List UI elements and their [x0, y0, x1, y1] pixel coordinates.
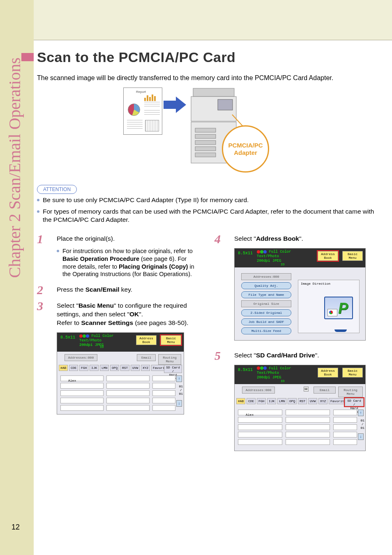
alpha-tab[interactable]: Favorites	[329, 398, 345, 404]
document-sheet-illustration: Report	[123, 88, 162, 135]
svg-rect-9	[195, 153, 216, 157]
email-button[interactable]: Email	[314, 387, 336, 394]
grid-icon	[145, 120, 159, 131]
monitor-icon: P	[324, 297, 353, 319]
left-column: 1 Place the original(s). For instruction…	[37, 235, 198, 458]
address-book-button[interactable]: Address Book	[318, 251, 338, 261]
routing-menu-button[interactable]: Routing Menu	[338, 387, 363, 397]
page-number: 12	[12, 523, 20, 532]
sd-hard-tab[interactable]: SD Card / Hard Drive	[164, 365, 182, 373]
pcmcia-label-text: PCMCIA/PC Adapter	[228, 142, 263, 157]
entry-alex[interactable]: Alex	[238, 413, 254, 417]
down-arrow-button[interactable]: ↓	[358, 433, 364, 440]
entry-alex[interactable]: Alex	[61, 379, 76, 382]
step-number: 4	[214, 232, 221, 246]
right-column: 4 Select "Address Book". 8.5x11 Full Col…	[214, 235, 376, 458]
mail-icon: ✉	[304, 387, 309, 391]
svg-rect-7	[195, 140, 216, 145]
svg-rect-1	[193, 88, 234, 97]
addresses-label: Addresses:000	[65, 354, 97, 361]
alpha-tab[interactable]: #AB	[59, 365, 68, 371]
alpha-tab[interactable]: #AB	[236, 398, 245, 404]
step-body: Press the Scan/Email key.	[57, 286, 198, 294]
file-type-button[interactable]: File Type and Name	[241, 291, 291, 298]
alpha-tab[interactable]: RST	[120, 365, 129, 371]
screenshot-basic-menu: 8.5x11 Full Color Text/Photo200dpi JPEG …	[57, 332, 184, 415]
screenshot-sd-hard: 8.5x11 Full Color Text/Photo200dpi JPEG …	[234, 365, 366, 451]
step-1: 1 Place the original(s). For instruction…	[37, 235, 198, 278]
sd-hard-tab[interactable]: SD Card / Hard Drive	[345, 398, 364, 406]
alpha-tab[interactable]: XYZ	[318, 398, 327, 404]
alpha-tab[interactable]: LMN	[277, 398, 286, 404]
letter-p-icon: P	[338, 300, 348, 317]
mini-doc-icon	[327, 309, 337, 316]
alpha-tab[interactable]: IJK	[267, 398, 276, 404]
intro-text: The scanned image will be directly trans…	[37, 74, 333, 82]
arrow-icon	[164, 94, 188, 115]
step-number: 1	[37, 232, 43, 246]
alpha-tab[interactable]: FGH	[79, 365, 88, 371]
step-body: Select "SD Card/Hard Drive".	[234, 351, 376, 360]
quality-adj-button[interactable]: Quality Adj.	[241, 282, 291, 289]
svg-rect-6	[195, 134, 216, 138]
svg-rect-5	[195, 128, 216, 132]
attention-box: ATTENTION	[37, 185, 77, 194]
alpha-tab[interactable]: OPQ	[288, 398, 297, 404]
step-3: 3 Select "Basic Menu" to configure the r…	[37, 302, 198, 415]
page-title: Scan to the PCMCIA/PC Card	[37, 49, 235, 65]
step-number: 5	[214, 349, 221, 363]
pcmcia-label-circle: PCMCIA/PC Adapter	[222, 125, 269, 173]
alpha-tab[interactable]: IJK	[90, 365, 99, 371]
attention-bullet-1: Be sure to use only PCMCIA/PC Card Adapt…	[37, 196, 376, 204]
alpha-tab[interactable]: UVW	[308, 398, 317, 404]
basic-menu-button[interactable]: Basic Menu	[161, 335, 181, 345]
original-size-button[interactable]: Original Size	[241, 300, 291, 307]
multi-size-button[interactable]: Multi-Size Feed	[241, 327, 291, 334]
step-body: Select "Address Book".	[234, 235, 376, 243]
pie-chart-icon	[128, 104, 140, 116]
two-sided-button[interactable]: 2-Sided Original	[241, 309, 291, 316]
alpha-tab[interactable]: LMN	[100, 365, 109, 371]
up-arrow-button[interactable]: ↑	[358, 410, 364, 416]
screenshot-address-book: 8.5x11 Full Color Text/Photo200dpi JPEG …	[234, 248, 366, 341]
alpha-tab[interactable]: CDE	[247, 398, 256, 404]
top-divider	[34, 40, 392, 40]
down-arrow-button[interactable]: ↓	[176, 400, 182, 407]
step-2: 2 Press the Scan/Email key.	[37, 286, 198, 294]
figure-scan-to-pcmcia: Report	[123, 84, 267, 175]
basic-menu-button[interactable]: Basic Menu	[342, 368, 363, 378]
doc-header: Report	[136, 90, 146, 94]
alpha-tab[interactable]: OPQ	[110, 365, 119, 371]
step-body: Place the original(s).	[57, 235, 198, 243]
job-build-button[interactable]: Job Build and SADF	[241, 318, 291, 325]
alpha-tab[interactable]: RST	[298, 398, 307, 404]
email-button[interactable]: Email	[137, 354, 156, 361]
step-number: 3	[37, 299, 43, 313]
attention-bullets: Be sure to use only PCMCIA/PC Card Adapt…	[37, 196, 376, 227]
alpha-tab[interactable]: FGH	[257, 398, 266, 404]
svg-marker-0	[164, 97, 186, 113]
step-body: Select "Basic Menu" to configure the req…	[57, 302, 198, 327]
alpha-tab[interactable]: UVW	[131, 365, 140, 371]
alpha-tab[interactable]: XYZ	[141, 365, 150, 371]
step-1-sub: For instructions on how to place origina…	[57, 247, 198, 278]
step-5: 5 Select "SD Card/Hard Drive". 8.5x11 Fu…	[214, 351, 376, 451]
basic-menu-button[interactable]: Basic Menu	[342, 251, 363, 261]
address-book-button[interactable]: Address Book	[318, 368, 338, 378]
routing-menu-button[interactable]: Routing Menu	[158, 354, 181, 365]
attention-badge: ATTENTION	[37, 185, 77, 194]
attention-bullet-2: For types of memory cards that can be us…	[37, 207, 376, 224]
bar-chart-icon	[144, 94, 159, 101]
top-olive-band	[34, 0, 392, 40]
up-arrow-button[interactable]: ↑	[176, 375, 182, 382]
step-4: 4 Select "Address Book". 8.5x11 Full Col…	[214, 235, 376, 341]
address-book-button[interactable]: Address Book	[136, 335, 157, 345]
addresses-label: Addresses:000	[242, 387, 275, 394]
chapter-label: Chapter 2 Scan/Email Operations	[5, 58, 24, 278]
preview-panel: Image Direction P	[298, 280, 360, 333]
addresses-side-button[interactable]: Addresses:000	[241, 273, 291, 280]
svg-rect-8	[195, 147, 216, 151]
alpha-tab[interactable]: CDE	[69, 365, 78, 371]
svg-rect-3	[218, 99, 233, 110]
step-number: 2	[37, 283, 43, 297]
